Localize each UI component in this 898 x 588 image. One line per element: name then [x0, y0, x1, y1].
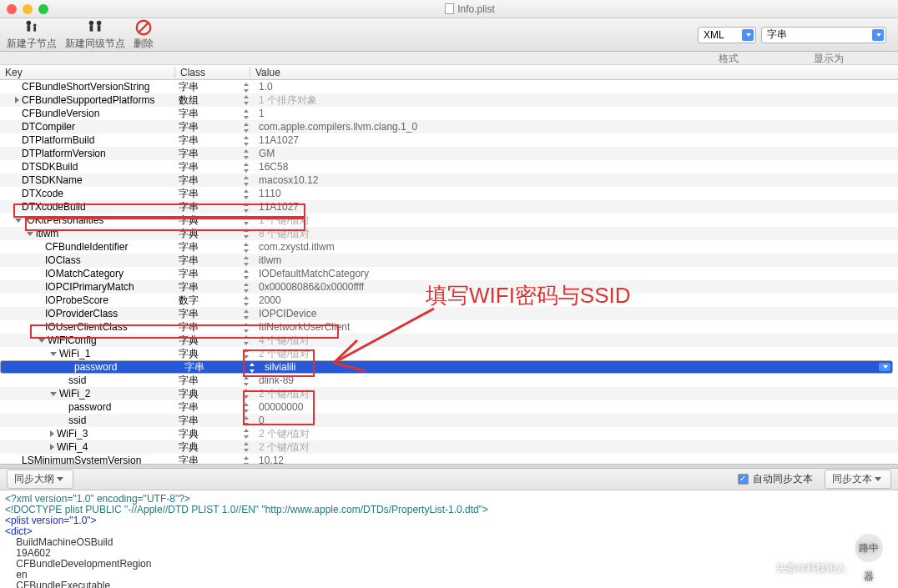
table-row[interactable]: WiFi_2字典2 个键/值对 — [0, 387, 898, 400]
table-row[interactable]: WiFi_4字典2 个键/值对 — [0, 440, 898, 454]
table-row[interactable]: DTXcode字串1110 — [0, 187, 898, 200]
plist-tree[interactable]: CFBundleShortVersionString字串1.0CFBundleS… — [0, 80, 898, 464]
table-row[interactable]: WiFi_3字典2 个键/值对 — [0, 427, 898, 440]
table-row[interactable]: password字串00000000 — [0, 400, 898, 414]
stepper-icon[interactable] — [244, 269, 250, 279]
stepper-icon[interactable] — [244, 442, 250, 452]
auto-sync-checkbox[interactable]: 自动同步文本 — [738, 472, 813, 486]
stepper-icon[interactable] — [250, 363, 255, 373]
stepper-icon[interactable] — [244, 243, 250, 253]
disclosure-triangle-icon[interactable] — [50, 430, 54, 437]
stepper-icon[interactable] — [244, 309, 250, 319]
stepper-icon[interactable] — [244, 323, 250, 333]
stepper-icon[interactable] — [244, 229, 250, 239]
child-node-icon — [23, 18, 41, 37]
table-row[interactable]: DTPlatformVersion字串GM — [0, 147, 898, 160]
row-key: DTXcodeBuild — [22, 201, 86, 213]
stepper-icon[interactable] — [244, 416, 250, 426]
table-row[interactable]: password字串silvialili — [0, 360, 893, 374]
stepper-icon[interactable] — [244, 123, 250, 133]
row-class: 字典 — [175, 347, 250, 361]
row-key: DTSDKBuild — [22, 161, 78, 173]
row-class: 字串 — [175, 280, 250, 294]
row-class: 字串 — [175, 187, 250, 201]
disclosure-triangle-icon[interactable] — [15, 97, 19, 103]
row-class: 字典 — [175, 440, 250, 455]
table-row[interactable]: IOKitPersonalities字典1 个键/值对 — [0, 214, 898, 227]
table-row[interactable]: WiFi_1字典2 个键/值对 — [0, 347, 898, 360]
disclosure-triangle-icon[interactable] — [38, 339, 45, 343]
disclosure-triangle-icon[interactable] — [15, 219, 22, 223]
row-key: DTPlatformVersion — [22, 148, 106, 159]
disclosure-triangle-icon[interactable] — [50, 392, 57, 396]
table-row[interactable]: DTCompiler字串com.apple.compilers.llvm.cla… — [0, 120, 898, 133]
stepper-icon[interactable] — [244, 376, 250, 386]
stepper-icon[interactable] — [244, 349, 250, 359]
svg-rect-3 — [33, 27, 36, 32]
stepper-icon[interactable] — [244, 403, 250, 413]
column-value[interactable]: Value — [250, 67, 898, 78]
row-value: 1.0 — [259, 81, 273, 93]
table-row[interactable]: WiFiConfig字典4 个键/值对 — [0, 334, 898, 347]
row-value: IOPCIDevice — [259, 308, 316, 319]
stepper-icon[interactable] — [244, 109, 250, 119]
disclosure-triangle-icon[interactable] — [50, 352, 57, 356]
disclosure-triangle-icon[interactable] — [50, 444, 54, 450]
delete-button[interactable]: 删除 — [134, 18, 154, 51]
svg-rect-5 — [90, 25, 93, 31]
stepper-icon[interactable] — [244, 189, 250, 199]
table-row[interactable]: CFBundleShortVersionString字串1.0 — [0, 80, 898, 93]
xml-source[interactable]: <?xml version="1.0" encoding="UTF-8"?><!… — [0, 490, 898, 588]
table-row[interactable]: DTXcodeBuild字串11A1027 — [0, 200, 898, 214]
stepper-icon[interactable] — [244, 256, 250, 266]
row-value: 11A1027 — [259, 201, 299, 213]
stepper-icon[interactable] — [244, 215, 250, 225]
stepper-icon[interactable] — [244, 456, 250, 464]
zoom-icon[interactable] — [38, 4, 48, 14]
stepper-icon[interactable] — [244, 296, 250, 306]
column-key[interactable]: Key — [0, 67, 175, 78]
disclosure-triangle-icon[interactable] — [27, 232, 33, 236]
stepper-icon[interactable] — [244, 136, 250, 146]
stepper-icon[interactable] — [244, 283, 250, 293]
new-sibling-button[interactable]: 新建同级节点 — [65, 18, 125, 51]
table-row[interactable]: IOUserClientClass字串ItlNetworkUserClient — [0, 320, 898, 334]
stepper-icon[interactable] — [244, 163, 250, 173]
table-row[interactable]: DTPlatformBuild字串11A1027 — [0, 133, 898, 147]
table-row[interactable]: CFBundleIdentifier字串com.zxystd.itlwm — [0, 240, 898, 254]
table-row[interactable]: DTSDKName字串macosx10.12 — [0, 173, 898, 187]
format-select[interactable]: XML — [698, 27, 756, 43]
stepper-icon[interactable] — [244, 83, 250, 93]
stepper-icon[interactable] — [244, 176, 250, 186]
row-value: 0x00008086&0x0000ffff — [259, 281, 364, 293]
table-row[interactable]: CFBundleSupportedPlatforms数组1 个排序对象 — [0, 93, 898, 107]
row-key: itlwm — [36, 228, 58, 239]
table-row[interactable]: ssid字串0 — [0, 414, 898, 427]
table-row[interactable]: DTSDKBuild字串16C58 — [0, 160, 898, 173]
stepper-icon[interactable] — [244, 335, 250, 345]
row-class: 字典 — [175, 334, 250, 348]
table-row[interactable]: LSMinimumSystemVersion字串10.12 — [0, 454, 898, 464]
table-row[interactable]: ssid字串dlink-89 — [0, 374, 898, 387]
svg-line-9 — [139, 23, 149, 33]
table-row[interactable]: CFBundleVersion字串1 — [0, 107, 898, 120]
stepper-icon[interactable] — [244, 149, 250, 159]
table-row[interactable]: IOClass字串itlwm — [0, 254, 898, 267]
sync-outline-button[interactable]: 同步大纲 — [7, 470, 73, 489]
stepper-icon[interactable] — [244, 389, 250, 399]
row-key: password — [74, 361, 117, 373]
sync-text-button[interactable]: 同步文本 — [825, 470, 891, 489]
table-row[interactable]: itlwm字典8 个键/值对 — [0, 227, 898, 240]
type-select[interactable]: 字串 — [761, 27, 886, 43]
minimize-icon[interactable] — [23, 4, 33, 14]
new-child-button[interactable]: 新建子节点 — [7, 18, 57, 51]
row-key: IOUserClientClass — [45, 321, 128, 333]
row-class: 字串 — [175, 160, 250, 174]
stepper-icon[interactable] — [244, 95, 250, 105]
stepper-icon[interactable] — [244, 203, 250, 213]
table-row[interactable]: IOMatchCategory字串IODefaultMatchCategory — [0, 267, 898, 280]
row-class: 字串 — [175, 267, 250, 281]
close-icon[interactable] — [7, 4, 17, 14]
column-class[interactable]: Class — [175, 67, 250, 78]
stepper-icon[interactable] — [244, 429, 250, 439]
